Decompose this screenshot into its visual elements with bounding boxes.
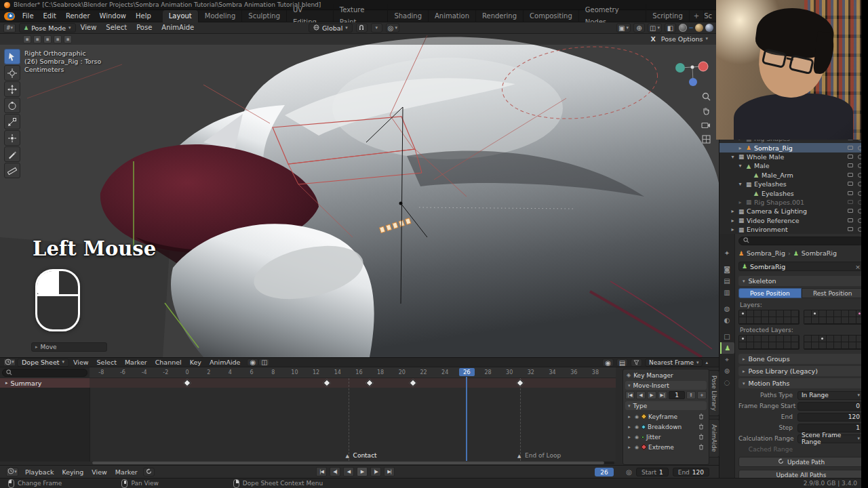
properties-tab-bone-constraint[interactable]: ⊛ [720,365,734,377]
protected-a-layer-toggle[interactable] [762,336,769,342]
protected-b-layer-toggle[interactable] [804,336,812,342]
rest-position-button[interactable]: Rest Position [802,288,865,298]
screen-visibility-icon[interactable] [848,146,853,150]
expander-icon[interactable]: ▾ [737,163,743,169]
tab-scripting[interactable]: Scripting [646,10,689,22]
layers-b-layer-toggle[interactable] [849,317,856,324]
properties-tab-tool[interactable]: ✦ [720,247,734,259]
tool-move-button[interactable] [4,81,20,97]
protected-a-layer-toggle[interactable] [776,342,784,349]
protected-b-layer-toggle[interactable] [819,342,827,349]
properties-tab-physics[interactable]: ◌ [720,377,734,388]
tool-annotate-button[interactable] [4,146,20,162]
delete-icon[interactable] [697,434,705,440]
dope-menu-select[interactable]: Select [93,358,121,367]
screen-visibility-icon[interactable] [848,155,853,159]
protected-b-layer-toggle[interactable] [834,342,842,349]
protected-a-layer-toggle[interactable] [762,342,769,349]
keying-icon[interactable]: ▸ [627,434,632,440]
expander-icon[interactable]: ▸ [5,380,8,386]
playback-menu-marker[interactable]: Marker [111,466,142,479]
section-type[interactable]: ▾ Type [625,401,707,410]
protected-a-layer-toggle[interactable] [784,336,791,342]
screen-visibility-icon[interactable] [848,163,853,167]
protected-b-layer-toggle[interactable] [827,336,834,342]
insert-key-button[interactable]: + [697,391,707,399]
datablock-selector[interactable]: ♟ SombraRig × [738,262,864,271]
protected-b-layer-toggle[interactable] [819,336,827,342]
pan-hand-icon[interactable] [701,105,711,116]
expander-icon[interactable]: ▸ [730,218,736,224]
pose-position-button[interactable]: Pose Position [738,288,802,298]
layers-b-layer-toggle[interactable] [804,317,812,324]
play-button[interactable]: ▶ [357,467,368,476]
protected-a-layer-toggle[interactable] [776,336,784,342]
outliner-item-whole-male[interactable]: ▾▦Whole Male [719,152,868,161]
layers-b-layer-toggle[interactable] [812,310,819,317]
layers-a-layer-toggle[interactable] [762,310,769,317]
protected-a-layer-toggle[interactable] [769,336,776,342]
layers-b-layer-toggle[interactable] [819,317,827,324]
layers-a-layer-toggle[interactable] [784,310,791,317]
layers-a-layer-toggle[interactable] [791,310,799,317]
dope-menu-key[interactable]: Key [186,358,205,367]
layers-b-layer-toggle[interactable] [834,317,842,324]
only-selected-toggle[interactable]: ◉ [247,359,258,366]
tool-tweak-button[interactable] [4,49,20,64]
move-keys-left-button[interactable]: ◀ [636,391,646,399]
protected-b-layer-toggle[interactable] [812,336,819,342]
keytype-row-jitter[interactable]: ▸◉Jitter [625,432,707,442]
protected-b-layer-toggle[interactable] [849,336,856,342]
properties-tab-output[interactable]: ▤ [720,275,734,287]
dope-menu-view[interactable]: View [69,358,93,367]
play-reverse-button[interactable]: ◀ [343,467,354,476]
screen-visibility-icon[interactable] [848,191,853,195]
summary-channel[interactable]: ▸ Summary [0,378,90,388]
jump-to-start-button[interactable]: |◀ [316,467,327,476]
side-tab-animaide[interactable]: AnimAide [709,419,719,458]
protected-b-layer-toggle[interactable] [834,336,842,342]
protected-a-layer-toggle[interactable] [754,342,762,349]
editor-type-selector[interactable]: ▾ [6,468,18,476]
blender-menu-icon[interactable] [4,12,15,20]
layers-a-layer-toggle[interactable] [739,310,747,317]
properties-search-input[interactable] [738,237,864,245]
protected-a-layer-toggle[interactable] [747,342,754,349]
unlink-icon[interactable]: × [855,263,861,270]
tool-measure-button[interactable] [4,163,20,178]
camera-view-icon[interactable] [701,119,711,130]
viewport-menu-pose[interactable]: Pose [132,22,157,34]
outliner-item-rig-shapes-001[interactable]: ▸▦Rig Shapes.001 [719,198,868,207]
expander-icon[interactable]: ▾ [737,181,743,187]
channel-search-input[interactable] [2,369,87,377]
tool-icon-3[interactable]: ▪ [43,35,52,43]
layers-b-layer-toggle[interactable] [827,310,834,317]
breadcrumb-object[interactable]: Sombra_Rig [747,249,785,257]
move-amount-input[interactable]: 1 [669,391,685,399]
expander-icon[interactable]: ▸ [730,226,736,232]
prev-keyframe-button[interactable]: ◀| [330,467,340,476]
screen-visibility-icon[interactable] [848,200,853,204]
outliner-item-camera-lighting[interactable]: ▸▦Camera & Lighting [719,207,868,216]
tool-rotate-button[interactable] [4,98,20,113]
properties-tab-world[interactable]: ◐ [720,314,734,326]
screen-visibility-icon[interactable] [848,218,853,222]
screen-visibility-icon[interactable] [848,182,853,186]
dope-menu-marker[interactable]: Marker [121,358,151,367]
protected-a-layer-toggle[interactable] [791,336,799,342]
summary-keyframe-row[interactable] [90,378,616,388]
protected-b-layer-toggle[interactable] [842,336,849,342]
outliner-item-sombra-rig[interactable]: ▸♟Sombra_Rig [719,143,868,152]
properties-tab-view-layer[interactable]: ▥ [720,287,734,298]
move-keys-right-button[interactable]: ▶ [647,391,656,399]
overlays-dropdown[interactable]: ◫▾ [648,23,662,33]
field-dropdown-control[interactable]: In Range▾ [797,391,864,400]
layers-a-layer-toggle[interactable] [747,310,754,317]
channel-icon[interactable]: ◉ [634,434,639,440]
tab-animation[interactable]: Animation [429,10,476,22]
tab-modeling[interactable]: Modeling [199,10,243,22]
snap-settings-dropdown[interactable]: ▾ [371,23,382,33]
protected-a-layer-toggle[interactable] [754,336,762,342]
protected-a-layer-toggle[interactable] [769,342,776,349]
layers-b-layer-toggle[interactable] [842,310,849,317]
